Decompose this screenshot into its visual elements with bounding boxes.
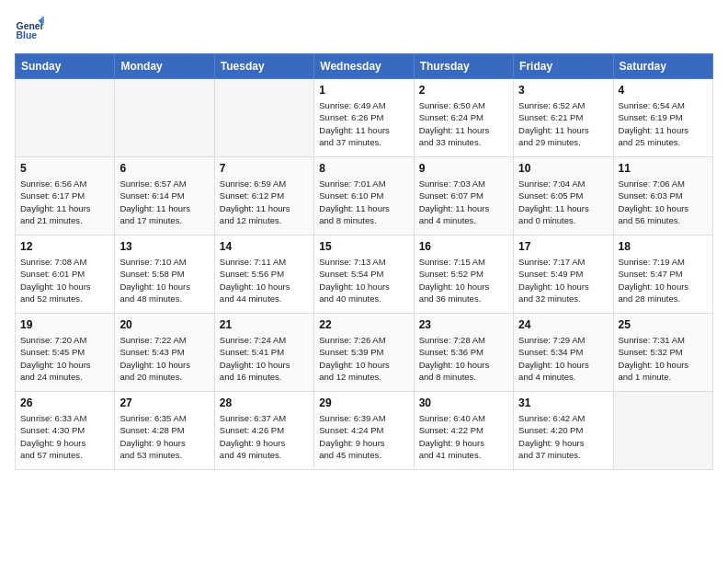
day-number: 6 <box>119 162 209 175</box>
day-info: Sunrise: 7:28 AM Sunset: 5:36 PM Dayligh… <box>419 334 508 383</box>
day-number: 18 <box>619 240 708 253</box>
page-header: General Blue <box>15 15 713 44</box>
calendar-cell: 19Sunrise: 7:20 AM Sunset: 5:45 PM Dayli… <box>16 314 115 392</box>
calendar-cell: 28Sunrise: 6:37 AM Sunset: 4:26 PM Dayli… <box>214 392 313 470</box>
logo-icon: General Blue <box>15 15 44 44</box>
calendar-cell: 29Sunrise: 6:39 AM Sunset: 4:24 PM Dayli… <box>314 392 414 470</box>
day-info: Sunrise: 6:33 AM Sunset: 4:30 PM Dayligh… <box>20 412 109 461</box>
day-number: 28 <box>220 396 309 409</box>
day-number: 15 <box>319 240 408 253</box>
calendar-table: SundayMondayTuesdayWednesdayThursdayFrid… <box>15 53 713 470</box>
day-info: Sunrise: 6:49 AM Sunset: 6:26 PM Dayligh… <box>319 99 408 148</box>
day-info: Sunrise: 7:20 AM Sunset: 5:45 PM Dayligh… <box>20 334 109 383</box>
day-number: 25 <box>619 318 708 331</box>
day-number: 17 <box>518 240 608 253</box>
calendar-cell: 24Sunrise: 7:29 AM Sunset: 5:34 PM Dayli… <box>514 314 613 392</box>
calendar-cell: 25Sunrise: 7:31 AM Sunset: 5:32 PM Dayli… <box>613 314 712 392</box>
day-number: 8 <box>319 162 408 175</box>
calendar-cell: 15Sunrise: 7:13 AM Sunset: 5:54 PM Dayli… <box>314 236 414 314</box>
day-info: Sunrise: 7:22 AM Sunset: 5:43 PM Dayligh… <box>119 334 209 383</box>
calendar-cell: 2Sunrise: 6:50 AM Sunset: 6:24 PM Daylig… <box>414 79 513 157</box>
column-header-sunday: Sunday <box>16 54 115 79</box>
day-info: Sunrise: 7:03 AM Sunset: 6:07 PM Dayligh… <box>419 178 508 226</box>
calendar-cell: 4Sunrise: 6:54 AM Sunset: 6:19 PM Daylig… <box>613 79 712 157</box>
column-header-saturday: Saturday <box>613 54 712 79</box>
calendar-cell: 13Sunrise: 7:10 AM Sunset: 5:58 PM Dayli… <box>115 236 214 314</box>
day-number: 12 <box>20 240 109 253</box>
day-number: 1 <box>319 84 408 97</box>
calendar-cell: 3Sunrise: 6:52 AM Sunset: 6:21 PM Daylig… <box>514 79 613 157</box>
day-number: 11 <box>619 162 708 175</box>
calendar-cell: 27Sunrise: 6:35 AM Sunset: 4:28 PM Dayli… <box>115 392 214 470</box>
calendar-cell: 12Sunrise: 7:08 AM Sunset: 6:01 PM Dayli… <box>16 236 115 314</box>
calendar-cell: 10Sunrise: 7:04 AM Sunset: 6:05 PM Dayli… <box>514 157 613 236</box>
day-number: 7 <box>220 162 309 175</box>
day-info: Sunrise: 7:29 AM Sunset: 5:34 PM Dayligh… <box>518 334 608 383</box>
day-number: 24 <box>518 318 608 331</box>
column-header-monday: Monday <box>115 54 214 79</box>
day-info: Sunrise: 6:56 AM Sunset: 6:17 PM Dayligh… <box>20 178 109 226</box>
day-number: 9 <box>419 162 508 175</box>
logo: General Blue <box>15 15 44 44</box>
calendar-cell <box>16 79 115 157</box>
day-info: Sunrise: 7:06 AM Sunset: 6:03 PM Dayligh… <box>619 178 708 226</box>
day-number: 2 <box>419 84 508 97</box>
day-info: Sunrise: 7:17 AM Sunset: 5:49 PM Dayligh… <box>518 256 608 304</box>
day-number: 3 <box>518 84 608 97</box>
day-info: Sunrise: 6:54 AM Sunset: 6:19 PM Dayligh… <box>619 99 708 148</box>
day-number: 20 <box>119 318 209 331</box>
calendar-cell: 23Sunrise: 7:28 AM Sunset: 5:36 PM Dayli… <box>414 314 513 392</box>
day-number: 5 <box>20 162 109 175</box>
day-info: Sunrise: 7:15 AM Sunset: 5:52 PM Dayligh… <box>419 256 508 304</box>
calendar-header-row: SundayMondayTuesdayWednesdayThursdayFrid… <box>16 54 713 79</box>
column-header-friday: Friday <box>514 54 613 79</box>
calendar-cell: 14Sunrise: 7:11 AM Sunset: 5:56 PM Dayli… <box>214 236 313 314</box>
calendar-cell: 5Sunrise: 6:56 AM Sunset: 6:17 PM Daylig… <box>16 157 115 236</box>
day-info: Sunrise: 6:40 AM Sunset: 4:22 PM Dayligh… <box>419 412 508 461</box>
calendar-cell: 18Sunrise: 7:19 AM Sunset: 5:47 PM Dayli… <box>613 236 712 314</box>
day-number: 30 <box>419 396 508 409</box>
day-info: Sunrise: 6:39 AM Sunset: 4:24 PM Dayligh… <box>319 412 408 461</box>
calendar-cell: 20Sunrise: 7:22 AM Sunset: 5:43 PM Dayli… <box>115 314 214 392</box>
calendar-cell: 22Sunrise: 7:26 AM Sunset: 5:39 PM Dayli… <box>314 314 414 392</box>
calendar-cell: 26Sunrise: 6:33 AM Sunset: 4:30 PM Dayli… <box>16 392 115 470</box>
day-info: Sunrise: 6:50 AM Sunset: 6:24 PM Dayligh… <box>419 99 508 148</box>
calendar-week-row: 1Sunrise: 6:49 AM Sunset: 6:26 PM Daylig… <box>16 79 713 157</box>
day-number: 22 <box>319 318 408 331</box>
calendar-week-row: 19Sunrise: 7:20 AM Sunset: 5:45 PM Dayli… <box>16 314 713 392</box>
day-number: 14 <box>220 240 309 253</box>
day-info: Sunrise: 6:35 AM Sunset: 4:28 PM Dayligh… <box>119 412 209 461</box>
day-number: 27 <box>119 396 209 409</box>
day-info: Sunrise: 7:24 AM Sunset: 5:41 PM Dayligh… <box>220 334 309 383</box>
svg-text:Blue: Blue <box>17 30 38 40</box>
day-info: Sunrise: 7:31 AM Sunset: 5:32 PM Dayligh… <box>619 334 708 383</box>
day-info: Sunrise: 7:04 AM Sunset: 6:05 PM Dayligh… <box>518 178 608 226</box>
calendar-cell: 30Sunrise: 6:40 AM Sunset: 4:22 PM Dayli… <box>414 392 513 470</box>
calendar-week-row: 12Sunrise: 7:08 AM Sunset: 6:01 PM Dayli… <box>16 236 713 314</box>
day-info: Sunrise: 7:08 AM Sunset: 6:01 PM Dayligh… <box>20 256 109 304</box>
column-header-thursday: Thursday <box>414 54 513 79</box>
day-info: Sunrise: 6:57 AM Sunset: 6:14 PM Dayligh… <box>119 178 209 226</box>
day-number: 19 <box>20 318 109 331</box>
day-info: Sunrise: 7:11 AM Sunset: 5:56 PM Dayligh… <box>220 256 309 304</box>
day-number: 4 <box>619 84 708 97</box>
day-info: Sunrise: 7:10 AM Sunset: 5:58 PM Dayligh… <box>119 256 209 304</box>
calendar-week-row: 5Sunrise: 6:56 AM Sunset: 6:17 PM Daylig… <box>16 157 713 236</box>
column-header-wednesday: Wednesday <box>314 54 414 79</box>
calendar-cell: 1Sunrise: 6:49 AM Sunset: 6:26 PM Daylig… <box>314 79 414 157</box>
calendar-cell: 16Sunrise: 7:15 AM Sunset: 5:52 PM Dayli… <box>414 236 513 314</box>
day-info: Sunrise: 6:59 AM Sunset: 6:12 PM Dayligh… <box>220 178 309 226</box>
day-info: Sunrise: 6:42 AM Sunset: 4:20 PM Dayligh… <box>518 412 608 461</box>
calendar-cell: 7Sunrise: 6:59 AM Sunset: 6:12 PM Daylig… <box>214 157 313 236</box>
day-info: Sunrise: 7:01 AM Sunset: 6:10 PM Dayligh… <box>319 178 408 226</box>
calendar-cell: 21Sunrise: 7:24 AM Sunset: 5:41 PM Dayli… <box>214 314 313 392</box>
column-header-tuesday: Tuesday <box>214 54 313 79</box>
calendar-cell <box>115 79 214 157</box>
day-number: 31 <box>518 396 608 409</box>
calendar-week-row: 26Sunrise: 6:33 AM Sunset: 4:30 PM Dayli… <box>16 392 713 470</box>
svg-text:General: General <box>17 21 44 31</box>
day-info: Sunrise: 7:26 AM Sunset: 5:39 PM Dayligh… <box>319 334 408 383</box>
day-info: Sunrise: 7:13 AM Sunset: 5:54 PM Dayligh… <box>319 256 408 304</box>
calendar-cell <box>214 79 313 157</box>
day-info: Sunrise: 6:52 AM Sunset: 6:21 PM Dayligh… <box>518 99 608 148</box>
